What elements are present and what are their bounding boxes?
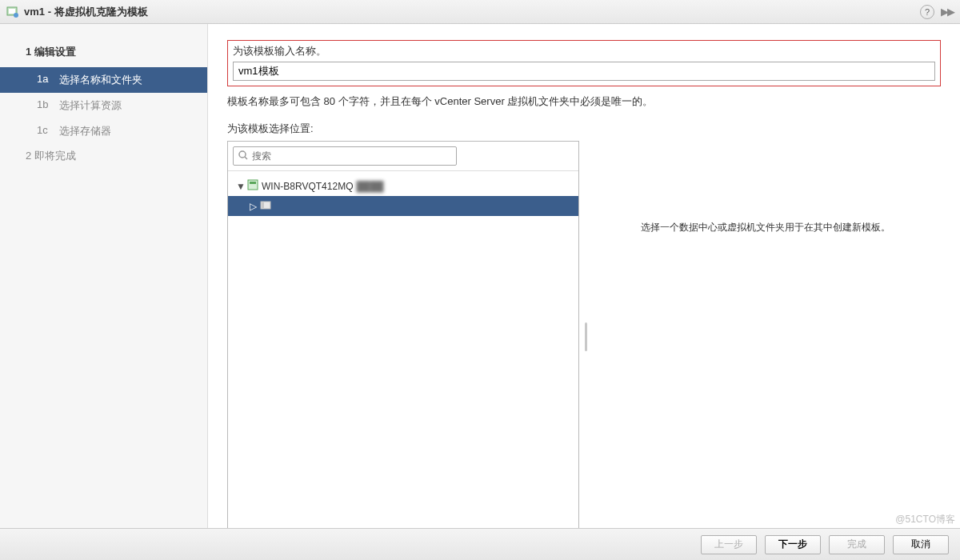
svg-point-2 [14, 13, 18, 18]
svg-rect-5 [248, 180, 258, 190]
step-1-title[interactable]: 1 编辑设置 [0, 40, 207, 67]
substep-key: 1a [37, 73, 53, 87]
back-button[interactable]: 上一步 [701, 535, 757, 554]
substep-1b[interactable]: 1b 选择计算资源 [0, 93, 207, 118]
help-icon[interactable]: ? [920, 5, 934, 19]
resize-handle[interactable] [585, 322, 587, 351]
svg-rect-6 [250, 182, 256, 184]
search-input[interactable] [252, 150, 451, 162]
wizard-sidebar: 1 编辑设置 1a 选择名称和文件夹 1b 选择计算资源 1c 选择存储器 2 … [0, 24, 208, 528]
substep-1a[interactable]: 1a 选择名称和文件夹 [0, 67, 207, 93]
watermark: @51CTO博客 [895, 513, 955, 526]
location-tree-panel: ▼ WIN-B8RVQT412MQ ████ ▷ [227, 141, 579, 528]
search-icon [238, 150, 248, 162]
titlebar: vm1 - 将虚拟机克隆为模板 ? ▶▶ [0, 0, 960, 24]
substep-key: 1c [37, 124, 53, 138]
datacenter-icon [260, 199, 271, 213]
right-hint-panel: 选择一个数据中心或虚拟机文件夹用于在其中创建新模板。 [590, 141, 941, 528]
finish-button[interactable]: 完成 [829, 535, 885, 554]
svg-line-4 [245, 157, 247, 159]
substep-label: 选择名称和文件夹 [59, 73, 142, 87]
step-2-title[interactable]: 2 即将完成 [0, 144, 207, 171]
tree-root-label: WIN-B8RVQT412MQ [262, 181, 353, 192]
template-name-input[interactable] [233, 62, 935, 81]
svg-rect-1 [9, 9, 15, 14]
name-hint: 模板名称最多可包含 80 个字符，并且在每个 vCenter Server 虚拟… [227, 94, 941, 109]
tree-root[interactable]: ▼ WIN-B8RVQT412MQ ████ [228, 176, 578, 196]
name-field-highlight: 为该模板输入名称。 [227, 40, 941, 86]
collapse-arrows-icon[interactable]: ▶▶ [941, 6, 954, 18]
expand-toggle-icon[interactable]: ▷ [249, 201, 257, 212]
tree-child-selected[interactable]: ▷ [228, 196, 578, 216]
search-box[interactable] [233, 146, 457, 166]
cancel-button[interactable]: 取消 [893, 535, 949, 554]
collapse-toggle-icon[interactable]: ▼ [236, 181, 244, 192]
window-title: vm1 - 将虚拟机克隆为模板 [24, 5, 148, 19]
substep-key: 1b [37, 98, 53, 113]
next-button[interactable]: 下一步 [765, 535, 821, 554]
location-tree[interactable]: ▼ WIN-B8RVQT412MQ ████ ▷ [228, 170, 578, 528]
svg-point-3 [239, 151, 246, 158]
wizard-main: 为该模板输入名称。 模板名称最多可包含 80 个字符，并且在每个 vCenter… [208, 24, 960, 528]
substep-label: 选择存储器 [59, 124, 111, 138]
substep-label: 选择计算资源 [59, 98, 122, 113]
vm-icon [6, 6, 19, 18]
vcenter-icon [247, 179, 258, 193]
redacted-text: ████ [356, 181, 383, 192]
name-label: 为该模板输入名称。 [233, 44, 935, 58]
right-hint-text: 选择一个数据中心或虚拟机文件夹用于在其中创建新模板。 [641, 221, 890, 234]
location-label: 为该模板选择位置: [227, 122, 941, 136]
svg-rect-8 [262, 202, 264, 208]
substep-1c[interactable]: 1c 选择存储器 [0, 118, 207, 144]
wizard-footer: 上一步 下一步 完成 取消 [0, 528, 960, 560]
